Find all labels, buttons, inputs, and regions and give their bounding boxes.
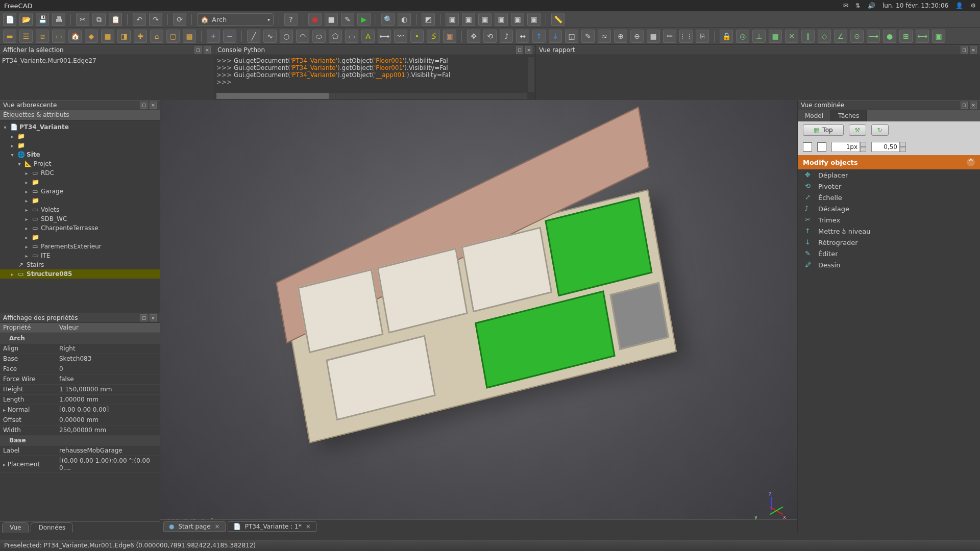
arch-space-button[interactable]: ▢ xyxy=(166,30,180,43)
panel-close-button[interactable]: × xyxy=(970,46,977,54)
construction-mode-button[interactable]: ⚒ xyxy=(849,124,866,136)
python-console[interactable]: >>> Gui.getDocument('PT34_Variante').get… xyxy=(214,55,535,100)
draft-addpoint-button[interactable]: ⊕ xyxy=(614,30,627,43)
panel-close-button[interactable]: × xyxy=(525,46,532,54)
panel-float-button[interactable]: ◻ xyxy=(961,46,968,54)
panel-close-button[interactable]: × xyxy=(204,46,211,54)
workbench-selector[interactable]: 🏠 Arch ▾ xyxy=(197,13,274,26)
arch-structure-button[interactable]: ☰ xyxy=(19,30,33,43)
task-tool-déplacer[interactable]: ✥Déplacer xyxy=(798,169,980,181)
print-button[interactable]: 🖶 xyxy=(52,13,65,26)
task-collapse-button[interactable]: ^ xyxy=(967,158,975,166)
arch-section-button[interactable]: ◨ xyxy=(117,30,131,43)
tree-item[interactable]: ▸▭CharpenteTerrasse xyxy=(0,223,160,233)
draft-text-button[interactable]: A xyxy=(361,30,375,43)
tree-item[interactable]: ▸▭ParementsExterieur xyxy=(0,242,160,251)
combo-tab-model[interactable]: Model xyxy=(798,110,831,121)
arch-remove-button[interactable]: − xyxy=(223,30,236,43)
mail-icon[interactable]: ✉ xyxy=(843,2,848,9)
view-front-button[interactable]: ▣ xyxy=(446,13,459,26)
draft-scale-button[interactable]: ◱ xyxy=(565,30,578,43)
tree-item[interactable]: ▸📁 xyxy=(0,178,160,187)
draft-rotate-button[interactable]: ⟲ xyxy=(483,30,497,43)
view-top-button[interactable]: ▣ xyxy=(462,13,475,26)
snap-ext-button[interactable]: ⟶ xyxy=(867,30,880,43)
arch-site-button[interactable]: ◆ xyxy=(85,30,98,43)
draw-style-button[interactable]: ◐ xyxy=(398,13,411,26)
clock[interactable]: lun. 10 févr. 13:30:06 xyxy=(883,2,948,9)
redo-button[interactable]: ↷ xyxy=(149,13,162,26)
snap-wp-button[interactable]: ▣ xyxy=(932,30,945,43)
task-header[interactable]: Modify objects ^ xyxy=(798,155,980,169)
draft-upgrade-button[interactable]: ↑ xyxy=(532,30,546,43)
macro-record-button[interactable]: ● xyxy=(308,13,322,26)
tree-item[interactable]: ▸▭ITE xyxy=(0,251,160,260)
tree-item[interactable]: ▸▭Structure085 xyxy=(0,269,160,279)
draft-edit-button[interactable]: ✎ xyxy=(581,30,595,43)
tree-item[interactable]: ▸📁 xyxy=(0,196,160,205)
working-plane-button[interactable]: ▦Top xyxy=(803,124,844,136)
view-left-button[interactable]: ▣ xyxy=(527,13,541,26)
tab-document[interactable]: 📄 PT34_Variante : 1* × xyxy=(228,521,316,532)
arch-floor-button[interactable]: ▭ xyxy=(52,30,65,43)
fit-all-button[interactable]: 🔍 xyxy=(381,13,395,26)
draft-array-button[interactable]: ⋮⋮ xyxy=(679,30,693,43)
draft-move-button[interactable]: ✥ xyxy=(467,30,480,43)
new-button[interactable]: 📄 xyxy=(3,13,16,26)
panel-close-button[interactable]: × xyxy=(150,314,157,321)
3d-viewport[interactable]: 191.9/5.2 fps z x y xyxy=(160,100,797,533)
draft-facebinder-button[interactable]: ▣ xyxy=(443,30,456,43)
panel-close-button[interactable]: × xyxy=(150,102,157,109)
draft-bspline-button[interactable]: 〰 xyxy=(394,30,407,43)
draft-clone-button[interactable]: ⎘ xyxy=(696,30,709,43)
tree-view[interactable]: ▾📄PT34_Variante▸📁▸📁▾🌐Site▾📐Projet▸▭RDC▸📁… xyxy=(0,120,160,313)
arch-building-button[interactable]: 🏠 xyxy=(68,30,82,43)
arch-window-button[interactable]: ▦ xyxy=(101,30,114,43)
draft-shape2d-button[interactable]: ▦ xyxy=(647,30,660,43)
macro-stop-button[interactable]: ■ xyxy=(325,13,338,26)
draft-shapestring-button[interactable]: S xyxy=(427,30,440,43)
panel-float-button[interactable]: ◻ xyxy=(140,314,148,321)
task-tool-éditer[interactable]: ✎Éditer xyxy=(798,248,980,259)
draft-ellipse-button[interactable]: ⬭ xyxy=(312,30,326,43)
tree-item[interactable]: ▾🌐Site xyxy=(0,150,160,159)
task-tool-mettre à niveau[interactable]: ↑Mettre à niveau xyxy=(798,226,980,237)
snap-cen-button[interactable]: ⊙ xyxy=(850,30,864,43)
task-tool-décalage[interactable]: ⤴Décalage xyxy=(798,203,980,214)
task-tool-trimex[interactable]: ✂Trimex xyxy=(798,214,980,226)
tree-item[interactable]: ▸▭Volets xyxy=(0,205,160,214)
draft-point-button[interactable]: • xyxy=(410,30,424,43)
tree-item[interactable]: ▸▭Garage xyxy=(0,187,160,196)
task-tool-échelle[interactable]: ⤢Échelle xyxy=(798,192,980,203)
panel-close-button[interactable]: × xyxy=(970,102,977,109)
snap-ortho-button[interactable]: ⊞ xyxy=(899,30,913,43)
task-tool-pivoter[interactable]: ⟲Pivoter xyxy=(798,181,980,192)
snap-near-button[interactable]: ● xyxy=(883,30,896,43)
macro-edit-button[interactable]: ✎ xyxy=(341,13,354,26)
draft-line-button[interactable]: ╱ xyxy=(247,30,260,43)
continue-mode-button[interactable]: ↻ xyxy=(871,124,889,136)
tree-item[interactable]: ▸📁 xyxy=(0,233,160,242)
arch-add-button[interactable]: ＋ xyxy=(207,30,220,43)
refresh-button[interactable]: ⟳ xyxy=(173,13,186,26)
tree-item[interactable]: ▾📐Projet xyxy=(0,159,160,168)
vertical-scrollbar[interactable] xyxy=(528,57,534,92)
draft-wire2spline-button[interactable]: ≈ xyxy=(598,30,611,43)
undo-button[interactable]: ↶ xyxy=(133,13,146,26)
arch-roof-button[interactable]: ⌂ xyxy=(150,30,163,43)
view-iso-button[interactable]: ◩ xyxy=(422,13,435,26)
draft-trimex-button[interactable]: ↔ xyxy=(516,30,529,43)
view-rear-button[interactable]: ▣ xyxy=(495,13,508,26)
save-button[interactable]: 💾 xyxy=(36,13,49,26)
fontsize-input[interactable]: 0,50 xyxy=(871,142,900,152)
close-icon[interactable]: × xyxy=(215,523,220,530)
property-tab-view[interactable]: Vue xyxy=(2,522,29,533)
tree-item[interactable]: ↗Stairs xyxy=(0,260,160,269)
draft-rectangle-button[interactable]: ▭ xyxy=(345,30,358,43)
tree-item[interactable]: ▸📁 xyxy=(0,141,160,150)
panel-float-button[interactable]: ◻ xyxy=(961,102,968,109)
snap-grid-button[interactable]: ▦ xyxy=(769,30,782,43)
arch-rebar-button[interactable]: ⧄ xyxy=(36,30,49,43)
tab-start-page[interactable]: ● Start page × xyxy=(163,521,226,532)
draft-dimension-button[interactable]: ⟷ xyxy=(378,30,391,43)
